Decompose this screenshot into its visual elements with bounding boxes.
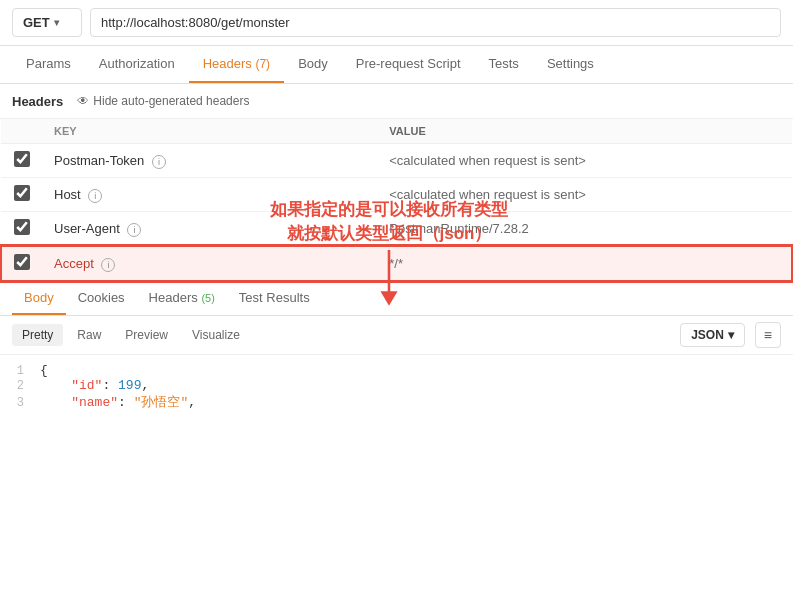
code-line-1: 1 {: [0, 363, 793, 378]
tab-body[interactable]: Body: [284, 46, 342, 83]
info-icon[interactable]: i: [101, 258, 115, 272]
code-line-3: 3 "name": "孙悟空",: [0, 393, 793, 411]
value-cell-accept: */*: [377, 246, 792, 281]
resp-tab-headers[interactable]: Headers (5): [137, 282, 227, 315]
line-number: 3: [0, 396, 40, 410]
url-bar: GET ▾: [0, 0, 793, 46]
table-row-accept: Accept i */*: [1, 246, 792, 281]
tab-authorization[interactable]: Authorization: [85, 46, 189, 83]
tab-tests[interactable]: Tests: [475, 46, 533, 83]
value-cell: <calculated when request is sent>: [377, 178, 792, 212]
table-row: Postman-Token i <calculated when request…: [1, 144, 792, 178]
resp-tab-testresults[interactable]: Test Results: [227, 282, 322, 315]
key-cell: Postman-Token: [54, 153, 144, 168]
eye-icon: 👁: [77, 94, 89, 108]
method-label: GET: [23, 15, 50, 30]
line-number: 1: [0, 364, 40, 378]
tab-prerequest[interactable]: Pre-request Script: [342, 46, 475, 83]
headers-sub-header: Headers 👁 Hide auto-generated headers: [0, 84, 793, 119]
col-checkbox: [1, 119, 42, 144]
code-content: {: [40, 363, 793, 378]
row-checkbox-3[interactable]: [14, 219, 30, 235]
fmt-pretty[interactable]: Pretty: [12, 324, 63, 346]
headers-label: Headers: [12, 94, 63, 109]
key-cell-accept: Accept: [54, 256, 94, 271]
row-checkbox-1[interactable]: [14, 151, 30, 167]
tab-params[interactable]: Params: [12, 46, 85, 83]
table-row: Host i <calculated when request is sent>: [1, 178, 792, 212]
code-area: 1 { 2 "id": 199, 3 "name": "孙悟空",: [0, 355, 793, 419]
wrap-button[interactable]: ≡: [755, 322, 781, 348]
method-select[interactable]: GET ▾: [12, 8, 82, 37]
hide-autogenerated-button[interactable]: 👁 Hide auto-generated headers: [71, 92, 255, 110]
table-row: User-Agent i PostmanRuntime/7.28.2: [1, 212, 792, 247]
request-tabs: Params Authorization Headers (7) Body Pr…: [0, 46, 793, 84]
response-tabs: Body Cookies Headers (5) Test Results: [0, 282, 793, 316]
col-value: VALUE: [377, 119, 792, 144]
row-checkbox-4[interactable]: [14, 254, 30, 270]
info-icon[interactable]: i: [88, 189, 102, 203]
row-checkbox-2[interactable]: [14, 185, 30, 201]
code-line-2: 2 "id": 199,: [0, 378, 793, 393]
info-icon[interactable]: i: [152, 155, 166, 169]
resp-tab-cookies[interactable]: Cookies: [66, 282, 137, 315]
value-cell: <calculated when request is sent>: [377, 144, 792, 178]
json-format-label: JSON: [691, 328, 724, 342]
line-number: 2: [0, 379, 40, 393]
fmt-visualize[interactable]: Visualize: [182, 324, 250, 346]
resp-tab-body[interactable]: Body: [12, 282, 66, 315]
url-input[interactable]: [90, 8, 781, 37]
code-content: "name": "孙悟空",: [40, 393, 793, 411]
json-format-select[interactable]: JSON ▾: [680, 323, 745, 347]
tab-settings[interactable]: Settings: [533, 46, 608, 83]
hide-btn-label: Hide auto-generated headers: [93, 94, 249, 108]
key-cell: User-Agent: [54, 221, 120, 236]
key-cell: Host: [54, 187, 81, 202]
json-chevron-icon: ▾: [728, 328, 734, 342]
headers-table: KEY VALUE Postman-Token i <calculated wh…: [0, 119, 793, 282]
fmt-raw[interactable]: Raw: [67, 324, 111, 346]
info-icon[interactable]: i: [127, 223, 141, 237]
method-chevron: ▾: [54, 17, 59, 28]
format-bar: Pretty Raw Preview Visualize JSON ▾ ≡: [0, 316, 793, 355]
tab-headers[interactable]: Headers (7): [189, 46, 284, 83]
fmt-preview[interactable]: Preview: [115, 324, 178, 346]
code-content: "id": 199,: [40, 378, 793, 393]
col-key: KEY: [42, 119, 377, 144]
value-cell: PostmanRuntime/7.28.2: [377, 212, 792, 247]
